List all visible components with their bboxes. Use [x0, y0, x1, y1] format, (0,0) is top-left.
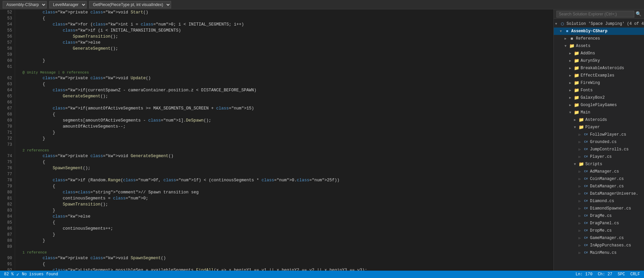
expand-icon: ▷	[579, 192, 583, 196]
expand-icon: ▷	[579, 184, 583, 188]
cs-icon: C#	[583, 139, 589, 145]
expand-icon: ▼	[574, 163, 578, 166]
se-label-assets: Assets	[576, 44, 590, 48]
se-tree[interactable]: ▼ ⬡ Solution 'Space Jumping' (4 of 4 pro…	[554, 19, 644, 271]
project-dropdown[interactable]: Assembly-CSharp	[3, 1, 47, 8]
code-line-86: continousSegments++;	[22, 226, 551, 232]
search-icon[interactable]: 🔍	[636, 11, 641, 17]
se-item-aurynsky[interactable]: ▶📁AurynSky	[554, 57, 644, 64]
folder-icon: 📁	[574, 102, 579, 108]
line-number-84: 84	[3, 214, 12, 220]
code-content[interactable]: class="kw">private class="kw">void Start…	[20, 9, 553, 271]
line-number-56: 56	[3, 34, 12, 40]
se-item-addons[interactable]: ▶📁AddOns	[554, 50, 644, 57]
expand-icon: ▼	[565, 44, 569, 48]
expand-icon: ▶	[569, 51, 573, 55]
se-item-references[interactable]: ▶■References	[554, 35, 644, 42]
code-line-62: class="kw">private class="kw">void Updat…	[22, 75, 551, 81]
se-item-diamondspawner[interactable]: ▷C#DiamondSpawner.cs	[554, 205, 644, 212]
code-line-61	[22, 64, 551, 70]
line-number-87: 87	[3, 232, 12, 238]
code-line-66	[22, 99, 551, 105]
se-item-followplayer[interactable]: ▷C#FollowPlayer.cs	[554, 131, 644, 138]
expand-icon: ▷	[579, 199, 583, 203]
se-item-inapppurchases[interactable]: ▷C#InAppPurchases.cs	[554, 242, 644, 249]
no-issues: No issues found	[22, 272, 58, 277]
se-item-firewing[interactable]: ▶📁FireWing	[554, 79, 644, 87]
se-item-mainmenu[interactable]: ▷C#MainMenu.cs	[554, 249, 644, 257]
se-label-followplayer: FollowPlayer.cs	[590, 132, 626, 137]
se-item-player[interactable]: ▼📁Player	[554, 124, 644, 131]
cs-icon: C#	[583, 213, 589, 219]
line-number-77: 77	[3, 171, 12, 177]
se-item-diamond[interactable]: ▷C#Diamond.cs	[554, 197, 644, 205]
code-line-70: amountOfActiveSegments--;	[22, 124, 551, 130]
folder-icon: 📁	[574, 65, 579, 71]
cs-icon: C#	[583, 221, 589, 226]
se-item-admanager[interactable]: ▷C#AdManager.cs	[554, 168, 644, 175]
solution-root[interactable]: ▼ ⬡ Solution 'Space Jumping' (4 of 4 pro…	[554, 20, 644, 28]
se-label-playercs: Player.cs	[590, 154, 612, 159]
se-item-breakableasteroids[interactable]: ▶📁BreakableAsteroids	[554, 64, 644, 72]
se-item-googleplaygames[interactable]: ▶📁GooglePlayGames	[554, 101, 644, 109]
line-number-86: 86	[3, 226, 12, 232]
se-item-dropme[interactable]: ▷C#DropMe.cs	[554, 227, 644, 234]
code-area[interactable]: 5253545556575859606162636465666768697071…	[0, 9, 553, 271]
se-item-asteroids[interactable]: ▶📁Asteroids	[554, 116, 644, 124]
cs-icon: C#	[583, 235, 589, 241]
solution-explorer-search[interactable]	[556, 11, 634, 17]
line-number-70: 70	[3, 124, 12, 130]
cs-icon: C#	[583, 154, 589, 159]
se-item-playercs[interactable]: ▷C#Player.cs	[554, 153, 644, 160]
method-dropdown[interactable]: GetPiece(PieceType pt, int visualIndex)	[89, 1, 171, 8]
se-item-main[interactable]: ▼📁Main	[554, 109, 644, 116]
cs-icon: C#	[583, 228, 589, 233]
cs-icon: C#	[583, 169, 589, 174]
se-item-assets[interactable]: ▼📁Assets	[554, 42, 644, 50]
se-item-datamanager[interactable]: ▷C#DataManager.cs	[554, 183, 644, 190]
se-item-fonts[interactable]: ▶📁Fonts	[554, 87, 644, 94]
line-number-90: 90	[3, 255, 12, 261]
status-left: 82 % ✓ No issues found	[4, 272, 58, 277]
expand-icon: ▶	[569, 96, 573, 100]
expand-icon: ▶	[574, 118, 578, 122]
line-number-66: 66	[3, 99, 12, 105]
solution-label: Solution 'Space Jumping' (4 of 4 project	[567, 21, 644, 26]
class-dropdown[interactable]: LevelManager	[49, 1, 87, 8]
se-item-dragpanel[interactable]: ▷C#DragPanel.cs	[554, 220, 644, 227]
se-item-gamemanager[interactable]: ▷C#GameManager.cs	[554, 234, 644, 242]
se-label-addons: AddOns	[581, 51, 595, 56]
expand-arrow: ▼	[555, 22, 559, 26]
se-item-galaxybox2[interactable]: ▶📁GalaxyBox2	[554, 94, 644, 101]
code-line-83: }	[22, 207, 551, 214]
se-item-effectexamples[interactable]: ▶📁EffectExamples	[554, 72, 644, 79]
solution-icon: ⬡	[560, 21, 565, 27]
code-line-84: class="kw">else	[22, 214, 551, 220]
se-item-jumpcontrolls[interactable]: ▷C#JumpControlls.cs	[554, 146, 644, 153]
line-number-61: 61	[3, 64, 12, 70]
project-item[interactable]: ▼ ■ Assembly-CSharp	[554, 28, 644, 35]
cs-icon: C#	[583, 243, 589, 248]
se-item-scripts[interactable]: ▼📁Scripts	[554, 160, 644, 168]
code-line-73	[22, 142, 551, 148]
se-label-mainmenu: MainMenu.cs	[590, 250, 616, 255]
project-label: Assembly-CSharp	[571, 29, 607, 34]
code-line-87: }	[22, 232, 551, 238]
se-item-coinmanager[interactable]: ▷C#CoinManager.cs	[554, 175, 644, 183]
se-item-dragme[interactable]: ▷C#DragMe.cs	[554, 212, 644, 220]
top-bar: Assembly-CSharp LevelManager GetPiece(Pi…	[0, 0, 644, 9]
zoom-level[interactable]: 82 %	[4, 272, 14, 277]
line-numbers: 5253545556575859606162636465666768697071…	[0, 9, 15, 271]
code-line-81: continousSegments = class="num">0;	[22, 195, 551, 201]
project-icon: ■	[565, 29, 570, 34]
folder-icon: 📁	[574, 73, 579, 78]
se-item-datamanageruniverse[interactable]: ▷C#DataManagerUniverse.	[554, 190, 644, 197]
se-label-fonts: Fonts	[581, 88, 593, 93]
code-line-91: {	[22, 261, 551, 267]
se-label-main: Main	[581, 110, 590, 115]
cs-icon: C#	[583, 191, 589, 196]
se-item-grounded[interactable]: ▷C#Grounded.cs	[554, 138, 644, 146]
line-number-74: 74	[3, 153, 12, 159]
line-number-64: 64	[3, 87, 12, 93]
line-number-53: 53	[3, 15, 12, 21]
